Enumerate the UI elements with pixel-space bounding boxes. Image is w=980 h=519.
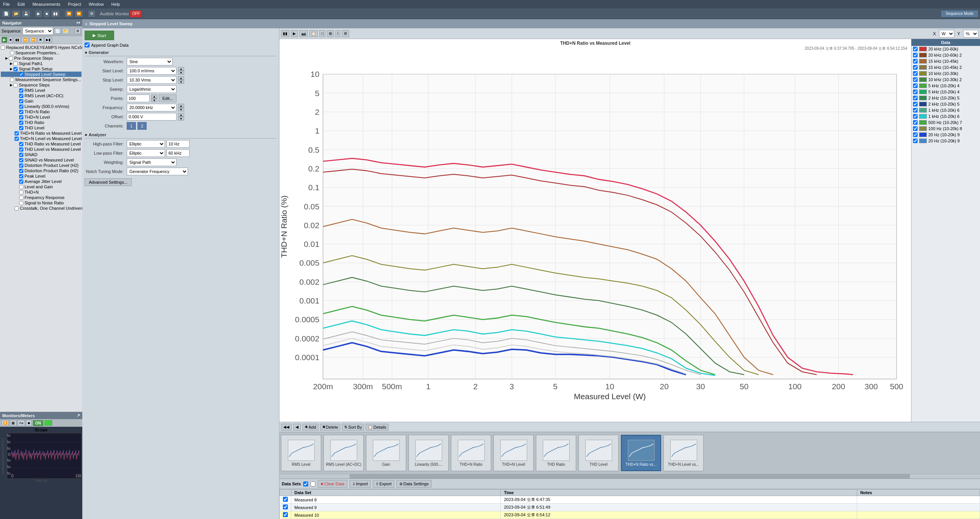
tree-item[interactable]: THD Ratio vs Measured Level [1, 141, 82, 147]
tree-item[interactable]: Peak Level [1, 173, 82, 179]
save-btn[interactable]: 💾 [21, 10, 31, 18]
row-checkbox[interactable] [283, 504, 288, 509]
row-check-cell[interactable] [280, 511, 291, 519]
table-row[interactable]: Measured 9 2023-09-04 오후 6:51:49 [280, 504, 980, 511]
frequency-select[interactable]: 20.0000 kHz [127, 104, 176, 111]
tree-item[interactable]: Level and Gain [1, 184, 82, 189]
sequence-select[interactable]: Sequence 1 [23, 27, 53, 35]
legend-checkbox[interactable] [913, 102, 918, 106]
weighting-select[interactable]: Signal Path [127, 158, 176, 166]
tree-checkbox[interactable] [19, 142, 23, 146]
append-checkbox[interactable] [85, 42, 90, 47]
menu-project[interactable]: Project [66, 2, 82, 7]
tree-checkbox[interactable] [13, 67, 18, 71]
tree-checkbox[interactable] [19, 153, 23, 157]
monitor-aa-btn[interactable]: Aa [18, 420, 25, 426]
waveform-select[interactable]: Sine [127, 58, 173, 65]
lowpass-freq-input[interactable] [167, 149, 189, 157]
tree-item[interactable]: RMS Level (AC+DC) [1, 93, 82, 98]
data-settings-btn[interactable]: ⚙ Data Settings [397, 480, 431, 488]
details-btn[interactable]: 📋 Details [366, 424, 389, 431]
tree-item[interactable]: ▶Signal Path Setup [1, 66, 82, 72]
legend-checkbox[interactable] [913, 83, 918, 88]
first-btn[interactable]: ◀◀ [281, 424, 292, 431]
meas-card[interactable]: Gain [366, 435, 406, 471]
nav-step-btn[interactable]: ▶▮ [44, 37, 52, 43]
meas-card[interactable]: THD+N Ratio [451, 435, 491, 471]
tree-item[interactable]: THD+N Level vs Measured Level [1, 136, 82, 141]
monitor-bar-btn[interactable]: ▩ [10, 420, 16, 426]
freq-down[interactable]: ▼ [178, 108, 184, 111]
del-meas-btn[interactable]: ✖ Delete [320, 424, 341, 431]
stop-level-spinner[interactable]: ▲ ▼ [178, 76, 184, 84]
tree-checkbox[interactable] [19, 99, 23, 103]
nav-skip-btn[interactable]: ⏪ [21, 37, 29, 43]
new-btn[interactable]: 📄 [2, 10, 11, 18]
tree-item[interactable]: Measurement Sequence Settings... [1, 77, 82, 82]
channel-2-btn[interactable]: 2 [137, 122, 147, 130]
stop-btn[interactable]: ■ [43, 10, 50, 18]
open-btn[interactable]: 📂 [11, 10, 21, 18]
tree-checkbox[interactable] [1, 46, 5, 50]
row-checkbox[interactable] [283, 497, 288, 502]
tree-checkbox[interactable] [19, 169, 23, 173]
audible-off-btn[interactable]: OFF [130, 10, 142, 18]
stop-level-up[interactable]: ▲ [178, 76, 184, 80]
skip-btn[interactable]: ⏪ [64, 10, 74, 18]
row-check-cell[interactable] [280, 496, 291, 504]
tree-item[interactable]: THD+N Ratio [1, 109, 82, 114]
tree-checkbox[interactable] [19, 185, 23, 189]
legend-checkbox[interactable] [913, 126, 918, 131]
settings-btn[interactable]: ⚙ [88, 10, 96, 18]
stop-level-select[interactable]: 10.30 Vrms [127, 76, 176, 84]
tree-checkbox[interactable] [19, 196, 23, 200]
tree-checkbox[interactable] [19, 201, 23, 205]
tree-checkbox[interactable] [19, 174, 23, 178]
menu-edit[interactable]: Edit [16, 2, 26, 7]
meas-card[interactable]: THD+N Ratio vs... [621, 435, 661, 471]
tree-item[interactable]: RMS Level [1, 88, 82, 93]
graph-home-btn[interactable]: ▮▮ [281, 30, 289, 37]
run-btn[interactable]: ▶ [35, 10, 42, 18]
legend-checkbox[interactable] [913, 96, 918, 100]
meas-card[interactable]: THD Level [578, 435, 619, 471]
back-arrow[interactable]: ‹ [85, 21, 87, 27]
tree-item[interactable]: SINAD [1, 152, 82, 157]
menu-file[interactable]: File [2, 2, 11, 7]
tree-item[interactable]: Crosstalk, One Channel Undriven [1, 206, 82, 211]
nav-settings-btn[interactable]: ⚙ [75, 28, 81, 34]
tree-checkbox[interactable] [19, 190, 23, 194]
tree-checkbox[interactable] [19, 88, 23, 93]
channel-1-btn[interactable]: 1 [127, 122, 136, 130]
tree-checkbox[interactable] [19, 115, 23, 119]
tree-checkbox[interactable] [19, 158, 23, 162]
start-level-select[interactable]: 100.0 mVrms [127, 67, 176, 75]
tree-checkbox[interactable] [19, 104, 23, 109]
graph-grid-btn[interactable]: □ [319, 30, 325, 37]
tree-item[interactable]: Frequency Response [1, 195, 82, 200]
tree-item[interactable]: Stepped Level Sweep [1, 72, 82, 77]
clear-data-btn[interactable]: ✖ Clear Data [318, 480, 347, 488]
offset-down[interactable]: ▼ [178, 117, 184, 121]
freq-up[interactable]: ▲ [178, 104, 184, 108]
tree-item[interactable]: THD+N [1, 189, 82, 195]
tree-item[interactable]: Signal to Noise Ratio [1, 200, 82, 206]
tree-checkbox[interactable] [10, 51, 14, 55]
tree-checkbox[interactable] [19, 147, 23, 152]
meas-card[interactable]: THD+N Level vs... [663, 435, 704, 471]
legend-checkbox[interactable] [913, 59, 918, 64]
points-input[interactable] [127, 95, 150, 102]
graph-back-btn[interactable]: ▶ [291, 30, 298, 37]
advanced-btn[interactable]: Advanced Settings... [85, 178, 132, 186]
prev-btn[interactable]: ◀ [293, 424, 301, 431]
tree-item[interactable]: Gain [1, 98, 82, 104]
tree-item[interactable]: ▶Pre-Sequence Steps [1, 55, 82, 61]
tree-item[interactable]: THD+N Ratio vs Measured Level [1, 131, 82, 136]
datasets-all-check[interactable] [303, 481, 308, 486]
monitors-expand-icon[interactable]: ↗ [77, 413, 80, 418]
meas-card[interactable]: THD+N Level [493, 435, 534, 471]
highpass-freq-input[interactable] [167, 140, 189, 148]
tree-checkbox[interactable] [19, 110, 23, 114]
tree-item[interactable]: ▶Sequence Steps [1, 82, 82, 88]
sort-btn[interactable]: ⇅ Sort By [342, 424, 364, 431]
